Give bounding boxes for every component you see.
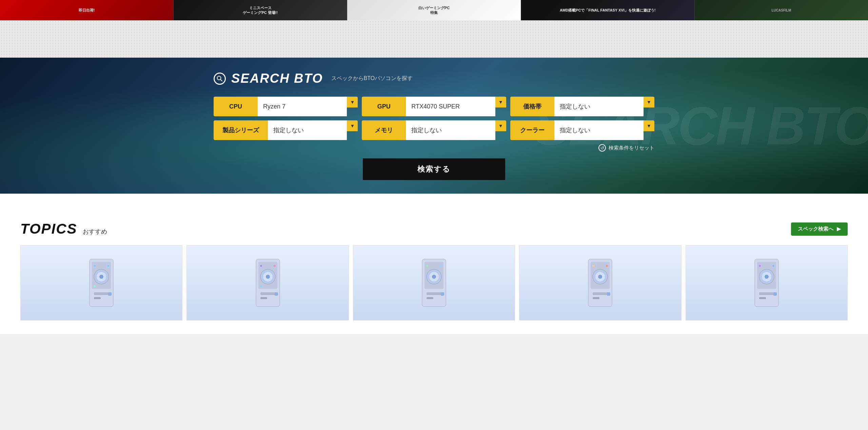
cooler-dropdown-arrow[interactable]: ▼ (644, 120, 654, 131)
spec-search-label: スペック検索へ (798, 226, 833, 232)
search-bto-title: SEARCH BTO (231, 71, 323, 86)
gpu-label: GPU (362, 97, 406, 116)
product-card-3[interactable] (353, 245, 515, 320)
svg-rect-29 (427, 292, 441, 295)
search-bto-subtitle: スペックからBTOパソコンを探す (331, 75, 413, 82)
reset-link[interactable]: ↺ 検索条件をリセット (598, 144, 654, 152)
cooler-filter-group[interactable]: クーラー 指定しない ▼ (510, 120, 654, 140)
memory-filter-group[interactable]: メモリ 指定しない ▼ (362, 120, 506, 140)
series-value: 指定しない (273, 126, 341, 134)
svg-point-6 (99, 275, 103, 279)
search-bto-content: SEARCH BTO スペックからBTOパソコンを探す CPU Ryzen 7 … (214, 71, 654, 180)
product-card-2-img (187, 246, 348, 320)
cpu-dropdown-arrow[interactable]: ▼ (347, 97, 358, 108)
topics-header: TOPICS おすすめ スペック検索へ ▶ (20, 221, 848, 237)
white-spacer (0, 194, 868, 221)
product-card-1-img (21, 246, 182, 320)
cpu-value: Ryzen 7 (263, 103, 341, 110)
spacer (0, 20, 868, 58)
search-button-row: 検索する (214, 158, 654, 180)
spec-search-arrow-icon: ▶ (837, 226, 841, 232)
svg-rect-20 (275, 292, 278, 296)
price-value: 指定しない (560, 102, 638, 111)
topics-subtitle: おすすめ (83, 228, 107, 236)
svg-point-53 (772, 265, 774, 267)
banner-4[interactable]: AMD搭載PCで「FINAL FANTASY XVI」を快適に遊ぼう! (521, 0, 695, 20)
price-filter-group[interactable]: 価格帯 指定しない ▼ (510, 97, 654, 116)
svg-point-48 (765, 275, 769, 279)
product-card-1[interactable] (20, 245, 182, 320)
svg-rect-41 (607, 292, 610, 296)
svg-point-28 (432, 275, 436, 279)
cpu-select-wrapper[interactable]: Ryzen 7 (258, 97, 347, 116)
filter-row-2: 製品シリーズ 指定しない ▼ メモリ 指定しない ▼ クーラー 指定しない (214, 120, 654, 140)
gpu-dropdown-arrow[interactable]: ▼ (495, 97, 506, 108)
banner-strip: 即日出荷! ミニスペースゲーミングPC 登場!! 白いゲーミングPC特集 AMD… (0, 0, 868, 20)
cpu-filter-group[interactable]: CPU Ryzen 7 ▼ (214, 97, 358, 116)
cpu-label: CPU (214, 97, 258, 116)
filter-row-1: CPU Ryzen 7 ▼ GPU RTX4070 SUPER ▼ 価格帯 指定… (214, 97, 654, 116)
cooler-label: クーラー (510, 120, 554, 140)
product-card-5-img (686, 246, 847, 320)
memory-dropdown-arrow[interactable]: ▼ (495, 120, 506, 131)
banner-2-text: ミニスペースゲーミングPC 登場!! (241, 4, 279, 17)
svg-rect-51 (773, 292, 777, 296)
banner-3-text: 白いゲーミングPC特集 (417, 4, 451, 17)
reset-row: ↺ 検索条件をリセット (214, 144, 654, 152)
svg-point-17 (266, 275, 270, 279)
product-card-4-img (519, 246, 681, 320)
memory-label: メモリ (362, 120, 406, 140)
banner-1[interactable]: 即日出荷! (0, 0, 174, 20)
series-dropdown-arrow[interactable]: ▼ (347, 120, 358, 131)
gpu-select-wrapper[interactable]: RTX4070 SUPER (406, 97, 495, 116)
svg-point-42 (592, 265, 594, 267)
search-icon (214, 73, 226, 85)
svg-point-38 (598, 275, 602, 279)
banner-4-text: AMD搭載PCで「FINAL FANTASY XVI」を快適に遊ぼう! (558, 6, 657, 14)
banner-2[interactable]: ミニスペースゲーミングPC 登場!! (174, 0, 347, 20)
svg-point-23 (260, 285, 262, 287)
svg-rect-49 (759, 292, 774, 295)
banner-5[interactable]: LUCASFILM (695, 0, 868, 20)
banner-3[interactable]: 白いゲーミングPC特集 (347, 0, 521, 20)
series-label: 製品シリーズ (214, 120, 268, 140)
product-card-3-img (353, 246, 515, 320)
svg-point-52 (759, 265, 761, 267)
gpu-value: RTX4070 SUPER (411, 103, 490, 110)
memory-select-wrapper[interactable]: 指定しない (406, 120, 495, 140)
price-label: 価格帯 (510, 97, 554, 116)
product-card-5[interactable] (686, 245, 848, 320)
gpu-filter-group[interactable]: GPU RTX4070 SUPER ▼ (362, 97, 506, 116)
svg-line-1 (220, 79, 222, 81)
svg-rect-31 (441, 292, 444, 296)
svg-rect-30 (427, 297, 433, 299)
search-bto-header: SEARCH BTO スペックからBTOパソコンを探す (214, 71, 654, 86)
svg-point-12 (94, 285, 96, 287)
product-card-4[interactable] (519, 245, 681, 320)
banner-5-text: LUCASFILM (770, 7, 793, 14)
svg-rect-19 (260, 297, 267, 299)
svg-point-21 (260, 265, 262, 267)
spec-search-button[interactable]: スペック検索へ ▶ (791, 222, 848, 236)
price-dropdown-arrow[interactable]: ▼ (644, 97, 654, 108)
svg-rect-18 (260, 292, 275, 295)
series-filter-group[interactable]: 製品シリーズ 指定しない ▼ (214, 120, 358, 140)
svg-rect-50 (759, 297, 766, 299)
reset-icon: ↺ (598, 144, 606, 152)
svg-point-32 (426, 265, 428, 267)
svg-point-10 (94, 265, 96, 267)
reset-label: 検索条件をリセット (609, 145, 654, 151)
series-select-wrapper[interactable]: 指定しない (268, 120, 347, 140)
topics-title: TOPICS (20, 221, 77, 237)
topics-section: TOPICS おすすめ スペック検索へ ▶ (0, 221, 868, 334)
memory-value: 指定しない (411, 126, 490, 134)
product-card-2[interactable] (186, 245, 349, 320)
svg-point-33 (440, 265, 442, 267)
price-select-wrapper[interactable]: 指定しない (554, 97, 644, 116)
svg-rect-9 (108, 292, 112, 296)
svg-rect-39 (593, 292, 608, 295)
cooler-select-wrapper[interactable]: 指定しない (554, 120, 644, 140)
svg-point-43 (606, 265, 608, 267)
search-bto-section: SEARCH BTO SEARCH BTO スペックからBTOパソコンを探す C… (0, 58, 868, 194)
search-button[interactable]: 検索する (363, 158, 505, 180)
